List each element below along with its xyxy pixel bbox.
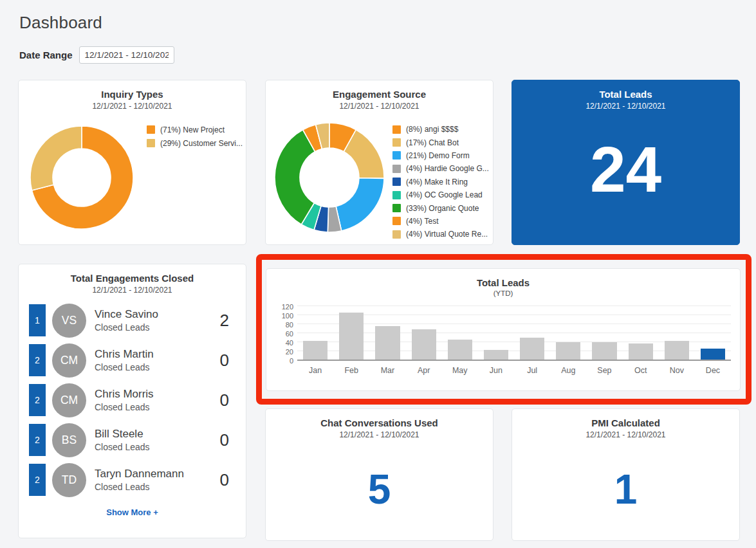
legend-swatch [392,178,401,186]
person-name: Bill Steele [95,428,150,441]
legend-label: (71%) New Project [160,125,225,134]
list-item: 1VSVince SavinoClosed Leads2 [19,300,246,340]
x-axis-tick-label: Jun [478,366,514,375]
avatar: VS [52,304,86,338]
legend-swatch [392,125,401,134]
chart-legend: (71%) New Project(29%) Customer Servi... [147,123,243,150]
x-axis-tick-label: Nov [659,366,695,375]
legend-label: (21%) Demo Form [406,151,470,160]
legend-item: (4%) OC Google Lead [392,188,489,201]
card-title: Total Engagements Closed [19,273,246,284]
bar-slot [550,342,586,360]
bar-slot [514,338,550,360]
card-subtitle: 12/1/2021 - 12/10/2021 [19,286,246,295]
date-range-row: Date Range [19,46,174,64]
date-range-label: Date Range [19,50,73,60]
date-range-input[interactable] [79,46,174,64]
y-axis-tick-label: 120 [272,303,293,311]
avatar: CM [52,383,86,417]
chart-legend: (8%) angi $$$$(17%) Chat Bot(21%) Demo F… [392,123,489,241]
bar-slot [478,350,514,360]
person-meta: Chris MartinClosed Leads [95,348,154,372]
engagement-source-card: Engagement Source 12/1/2021 - 12/10/2021… [265,80,493,245]
rank-badge: 1 [29,304,46,336]
legend-item: (33%) Organic Quote [392,201,489,214]
bar-jul [520,338,544,360]
total-leads-ytd-card: Total Leads (YTD) 020406080100120JanFebM… [266,268,741,391]
bar-jan [303,341,327,360]
bar-slot [297,341,333,360]
card-title: Total Leads [512,89,739,100]
legend-item: (4%) Test [392,215,489,228]
closed-leads-count: 2 [220,311,229,331]
x-axis-tick-label: Feb [333,366,369,375]
avatar: BS [52,423,86,457]
legend-item: (4%) Make It Ring [392,176,489,188]
x-axis-tick-label: Jul [514,366,550,375]
list-item: 2CMChris MartinClosed Leads0 [19,340,246,380]
y-axis-tick-label: 20 [272,348,293,356]
person-meta: Vince SavinoClosed Leads [95,308,158,333]
avatar: TD [52,463,86,497]
pmi-calculated-card: PMI Calculated 12/1/2021 - 12/10/2021 1 [512,408,740,541]
person-sublabel: Closed Leads [95,442,150,452]
legend-swatch [392,204,401,212]
legend-label: (33%) Organic Quote [406,204,479,213]
closed-leads-count: 0 [220,390,229,410]
bar-apr [412,329,436,360]
person-sublabel: Closed Leads [95,402,154,412]
bar-slot [369,326,405,360]
rank-badge: 2 [29,464,46,496]
card-title: Total Leads [266,277,740,288]
y-axis-tick-label: 80 [272,321,293,329]
person-sublabel: Closed Leads [95,362,154,372]
pmi-calculated-value: 1 [512,469,739,510]
list-item: 2BSBill SteeleClosed Leads0 [19,420,246,460]
bar-slot [333,313,369,360]
legend-swatch [392,138,401,147]
legend-label: (8%) angi $$$$ [406,125,458,134]
legend-label: (4%) Virtual Quote Re... [406,230,488,239]
x-axis-tick-label: May [442,366,478,375]
rank-badge: 2 [29,424,46,456]
card-title: Inquiry Types [19,89,246,100]
x-axis-tick-label: Dec [695,366,731,375]
x-axis-tick-label: Aug [550,366,586,375]
closed-leads-count: 0 [220,430,229,450]
bar-slot [406,329,442,360]
card-subtitle: 12/1/2021 - 12/10/2021 [266,430,493,439]
bar-slot [442,340,478,360]
legend-label: (4%) Make It Ring [406,178,468,187]
legend-item: (4%) Hardie Google G... [392,162,489,175]
bar-jun [484,350,508,360]
gridline [297,306,731,306]
card-title: Chat Conversations Used [266,417,493,428]
card-subtitle: 12/1/2021 - 12/10/2021 [19,102,246,111]
bar-feb [339,313,364,360]
legend-swatch [392,151,401,160]
legend-swatch [392,191,401,199]
card-subtitle: 12/1/2021 - 12/10/2021 [266,102,493,111]
legend-swatch [392,217,401,225]
legend-item: (4%) Virtual Quote Re... [392,228,489,241]
donut-slice [30,126,82,190]
highlight-box: Total Leads (YTD) 020406080100120JanFebM… [256,254,751,405]
show-more-link[interactable]: Show More + [19,507,246,517]
donut-slice [275,130,315,224]
legend-swatch [147,125,155,134]
y-axis-tick-label: 0 [272,357,293,365]
legend-swatch [392,230,401,239]
bars [297,307,731,360]
person-meta: Chris MorrisClosed Leads [95,388,154,412]
x-axis-tick-label: Oct [623,366,659,375]
bar-nov [665,341,689,360]
rank-badge: 2 [29,384,46,416]
legend-item: (29%) Customer Servi... [147,136,243,150]
bar-slot [586,342,622,360]
legend-item: (21%) Demo Form [392,149,489,162]
y-axis-tick-label: 60 [272,330,293,338]
legend-label: (4%) Test [406,217,438,226]
closed-leads-count: 0 [220,351,229,370]
legend-swatch [392,165,401,173]
bar-may [448,340,472,360]
